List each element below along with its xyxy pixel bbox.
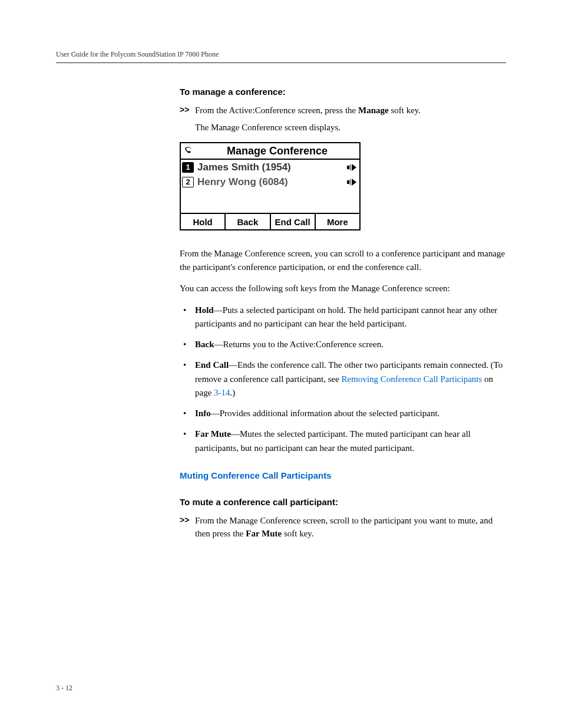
step-row: >> From the Manage Conference screen, sc…: [180, 514, 506, 541]
handset-icon: [181, 146, 195, 156]
step-continuation: The Manage Conference screen displays.: [195, 121, 506, 134]
definition: —Returns you to the Active:Conference sc…: [214, 340, 384, 349]
participant-index: 1: [182, 162, 194, 173]
term: Info: [195, 409, 211, 418]
main-content: To manage a conference: >> From the Acti…: [180, 87, 506, 541]
bullet-list: Hold—Puts a selected participant on hold…: [180, 304, 506, 455]
procedure-heading-1: To manage a conference:: [180, 87, 506, 97]
step-text: From the Manage Conference screen, scrol…: [195, 514, 506, 541]
screen-title-row: Manage Conference: [181, 143, 359, 160]
softkey-more: More: [316, 214, 359, 229]
list-item: End Call—Ends the conference call. The o…: [180, 358, 506, 400]
text-fragment: From the Manage Conference screen, scrol…: [195, 516, 492, 539]
svg-rect-7: [350, 179, 351, 185]
participant-row: 2 Henry Wong (6084): [181, 174, 359, 189]
body-paragraph: You can access the following soft keys f…: [180, 282, 506, 295]
document-page: User Guide for the Polycom SoundStation …: [0, 0, 562, 728]
screen-title: Manage Conference: [195, 145, 359, 157]
list-item: Info—Provides additional information abo…: [180, 407, 506, 420]
cross-reference-link[interactable]: Removing Conference Call Participants: [342, 374, 482, 384]
term: End Call: [195, 360, 229, 370]
svg-rect-1: [348, 166, 349, 169]
term: Hold: [195, 305, 214, 315]
page-number: 3 - 12: [56, 684, 72, 693]
subsection-heading: Muting Conference Call Participants: [180, 470, 506, 480]
body-paragraph: From the Manage Conference screen, you c…: [180, 247, 506, 274]
definition: —Mutes the selected participant. The mut…: [195, 429, 471, 452]
step-text: From the Active:Conference screen, press…: [195, 104, 421, 117]
svg-rect-2: [349, 166, 349, 169]
participant-row: 1 James Smith (1954): [181, 160, 359, 174]
svg-rect-4: [347, 180, 348, 184]
svg-rect-0: [347, 166, 348, 169]
participant-name: James Smith (1954): [197, 162, 346, 173]
svg-rect-6: [349, 180, 349, 184]
softkey-end-call: End Call: [271, 214, 316, 229]
running-header: User Guide for the Polycom SoundStation …: [56, 50, 506, 59]
participant-index: 2: [182, 177, 194, 187]
text-fragment: .): [230, 388, 236, 397]
speaker-icon: [346, 163, 357, 172]
list-item: Hold—Puts a selected participant on hold…: [180, 304, 506, 331]
step-chevrons-icon: >>: [180, 514, 195, 526]
phone-screen-figure: Manage Conference 1 James Smith (1954) 2: [180, 142, 361, 230]
procedure-heading-2: To mute a conference call participant:: [180, 497, 506, 507]
softkey-name: Manage: [358, 106, 389, 115]
svg-rect-5: [348, 180, 349, 184]
header-rule: [56, 62, 506, 63]
list-item: Back—Returns you to the Active:Conferenc…: [180, 338, 506, 351]
term: Far Mute: [195, 429, 231, 439]
definition: —Puts a selected participant on hold. Th…: [195, 305, 497, 328]
softkey-back: Back: [226, 214, 270, 229]
page-reference-link[interactable]: 3-14: [214, 388, 230, 397]
text-fragment: From the Active:Conference screen, press…: [195, 106, 358, 115]
term: Back: [195, 340, 214, 349]
definition: —Provides additional information about t…: [211, 409, 440, 418]
softkey-row: Hold Back End Call More: [181, 213, 359, 229]
step-chevrons-icon: >>: [180, 104, 195, 116]
participant-name: Henry Wong (6084): [197, 176, 346, 188]
softkey-hold: Hold: [181, 214, 226, 229]
step-row: >> From the Active:Conference screen, pr…: [180, 104, 506, 117]
softkey-name: Far Mute: [246, 529, 282, 538]
text-fragment: soft key.: [389, 106, 421, 115]
text-fragment: soft key.: [282, 529, 313, 538]
svg-rect-3: [350, 164, 351, 170]
speaker-icon: [346, 178, 357, 186]
list-item: Far Mute—Mutes the selected participant.…: [180, 427, 506, 455]
screen-empty-area: [181, 189, 359, 213]
